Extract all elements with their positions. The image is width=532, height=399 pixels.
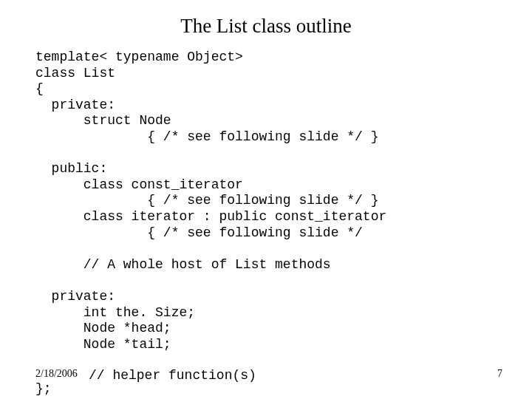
code-line: Node *head;	[35, 321, 171, 335]
code-line: public:	[35, 161, 107, 176]
code-line: int the. Size;	[35, 305, 195, 320]
code-line: private:	[35, 289, 115, 304]
closing-brace: };	[35, 381, 52, 396]
code-line: // A whole host of List methods	[35, 257, 331, 272]
code-line: class iterator : public const_iterator	[35, 209, 386, 224]
code-line: {	[35, 81, 44, 96]
code-line: { /* see following slide */ }	[35, 193, 378, 208]
code-line: class const_iterator	[35, 177, 243, 192]
code-line: { /* see following slide */	[35, 225, 363, 240]
footer-page-number: 7	[497, 368, 502, 380]
code-line: class List	[35, 66, 115, 81]
code-line: struct Node	[35, 113, 171, 128]
code-line: Node *tail;	[35, 337, 171, 352]
helper-comment: // helper function(s)	[89, 368, 256, 383]
footer-date: 2/18/2006	[35, 368, 78, 380]
slide-title: The List class outline	[0, 15, 532, 38]
code-line: template< typename Object>	[35, 50, 243, 64]
code-line: { /* see following slide */ }	[35, 129, 378, 144]
code-line: private:	[35, 98, 115, 112]
code-block: template< typename Object> class List { …	[35, 50, 532, 352]
